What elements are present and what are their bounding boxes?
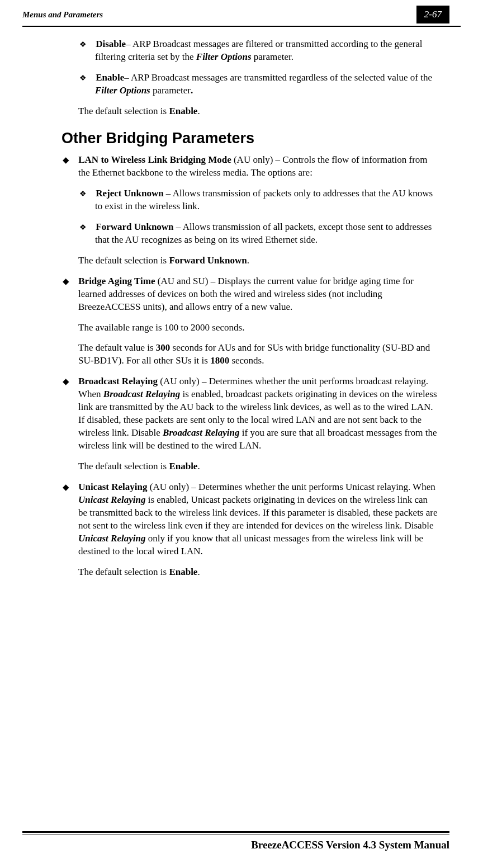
aging-range: The available range is 100 to 2000 secon… (78, 322, 438, 334)
text: The default value is (78, 342, 156, 353)
default-forward-unknown: The default selection is Forward Unknown… (78, 254, 438, 267)
content-body: Disable– ARP Broadcast messages are filt… (0, 27, 483, 578)
i1: Unicast Relaying (78, 494, 145, 505)
value: Forward Unknown (169, 255, 247, 266)
text-after: parameter. (252, 51, 294, 62)
text: The default selection is (78, 255, 169, 266)
disable-option: Disable– ARP Broadcast messages are filt… (95, 38, 438, 64)
broadcast-relaying: Broadcast Relaying (AU only) – Determine… (78, 375, 438, 452)
label: Enable (96, 72, 124, 83)
label: Reject Unknown (96, 188, 163, 199)
lan-wireless-mode: LAN to Wireless Link Bridging Mode (AU o… (78, 154, 438, 180)
forward-unknown: Forward Unknown – Allows transmission of… (95, 221, 438, 247)
header-section-title: Menus and Parameters (22, 10, 103, 20)
footer-rule-thin (22, 834, 449, 834)
i2: Broadcast Relaying (163, 427, 239, 438)
aging-default: The default value is 300 seconds for AUs… (78, 342, 438, 367)
text-after: parameter (150, 85, 191, 96)
page-footer: BreezeACCESS Version 4.3 System Manual (22, 831, 449, 851)
section-heading: Other Bridging Parameters (61, 128, 438, 148)
period: . (247, 255, 249, 266)
text3: seconds. (229, 355, 264, 366)
label: LAN to Wireless Link Bridging Mode (78, 154, 231, 165)
label: Forward Unknown (96, 221, 173, 232)
label: Broadcast Relaying (78, 376, 158, 386)
label: Unicast Relaying (78, 482, 147, 492)
footer-text: BreezeACCESS Version 4.3 System Manual (22, 839, 449, 851)
value: Enable (169, 106, 197, 116)
value: Enable (169, 567, 197, 577)
v1: 300 (156, 342, 171, 353)
unicast-relaying: Unicast Relaying (AU only) – Determines … (78, 481, 438, 558)
enable-option: Enable– ARP Broadcast messages are trans… (95, 72, 438, 97)
i1: Broadcast Relaying (103, 389, 180, 399)
reject-unknown: Reject Unknown – Allows transmission of … (95, 187, 438, 213)
label: Bridge Aging Time (78, 276, 155, 286)
italic: Filter Options (196, 51, 252, 62)
page-number: 2-67 (416, 6, 449, 23)
label: Disable (96, 39, 126, 49)
text: The default selection is (78, 461, 169, 471)
v2: 1800 (210, 355, 229, 366)
period: . (197, 461, 200, 471)
period: . (191, 85, 193, 96)
t1: (AU only) – Determines whether the unit … (148, 482, 435, 492)
period: . (197, 106, 200, 116)
broadcast-default: The default selection is Enable. (78, 460, 438, 473)
default-enable-line: The default selection is Enable. (78, 105, 438, 118)
text: – ARP Broadcast messages are transmitted… (124, 72, 432, 83)
period: . (197, 567, 200, 577)
unicast-default: The default selection is Enable. (78, 566, 438, 579)
text: The default selection is (78, 567, 169, 577)
i2: Unicast Relaying (78, 533, 145, 544)
value: Enable (169, 461, 197, 471)
text: The default selection is (78, 106, 169, 116)
italic: Filter Options (95, 85, 150, 96)
bridge-aging-time: Bridge Aging Time (AU and SU) – Displays… (78, 275, 438, 314)
footer-rule-thick (22, 831, 449, 833)
